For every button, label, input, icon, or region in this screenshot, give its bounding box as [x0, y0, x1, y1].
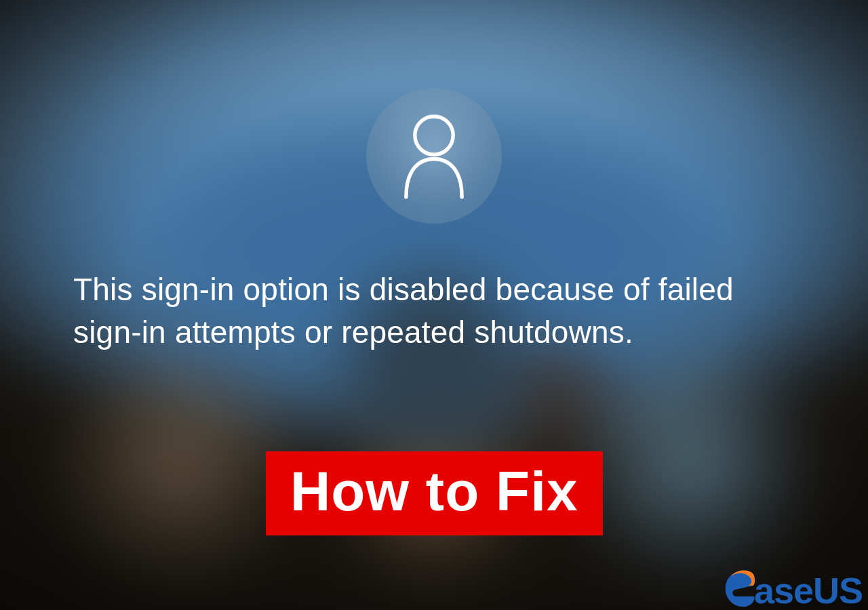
how-to-fix-badge: How to Fix	[266, 451, 603, 535]
easeus-logo-mark	[723, 569, 755, 609]
user-icon	[397, 110, 471, 201]
easeus-logo-text: aseUS	[754, 572, 863, 609]
easeus-logo: aseUS	[723, 569, 863, 609]
signin-disabled-message: This sign-in option is disabled because …	[73, 268, 795, 353]
user-avatar	[366, 88, 502, 224]
svg-point-0	[415, 117, 453, 155]
